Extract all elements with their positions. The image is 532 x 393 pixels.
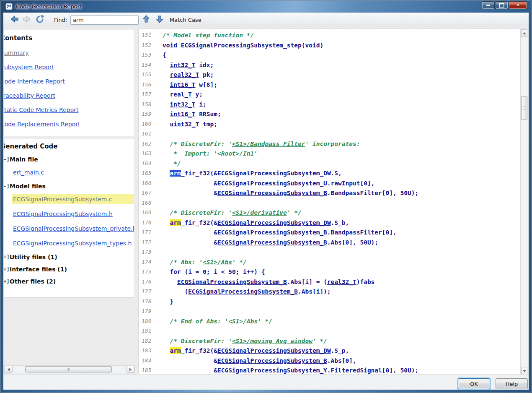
code-line: 162 /* DiscreteFir: '<S1>/Bandpass Filte… (139, 141, 520, 151)
code-link[interactable]: ECGSignalProcessingSubsystem_B (217, 357, 327, 364)
code-link[interactable]: real32_T (327, 278, 356, 285)
file-row: ECGSignalProcessingSubsystem.c (12, 194, 134, 204)
contents-link[interactable]: Code Replacements Report (4, 121, 134, 128)
line-number: 182 (139, 338, 163, 348)
file-row: ECGSignalProcessingSubsystem.h (12, 209, 134, 219)
file-link[interactable]: ECGSignalProcessingSubsystem.h (13, 211, 113, 217)
code-line: 154 int32_T idx; (139, 62, 520, 72)
code-view[interactable]: 151/* Model step function */152void ECGS… (138, 29, 520, 375)
scroll-down-button[interactable] (521, 367, 527, 375)
code-line: 156 int16_T w[8]; (139, 81, 520, 91)
forward-button[interactable] (22, 15, 31, 25)
collapse-icon[interactable]: [-] (4, 183, 10, 189)
find-input[interactable] (70, 16, 139, 25)
contents-link[interactable]: Subsystem Report (4, 64, 134, 70)
line-number: 160 (139, 121, 163, 131)
code-link[interactable]: <S1>/derivative (232, 209, 287, 216)
tree-group-label[interactable]: Interface files (1) (10, 266, 67, 273)
scroll-left-button[interactable] (5, 366, 13, 373)
code-text: /* Model step function */ (163, 32, 254, 42)
find-previous-button[interactable] (142, 15, 150, 25)
code-text: real_T y; (163, 91, 203, 101)
code-link[interactable]: uint32_T (170, 121, 199, 128)
maximize-button[interactable] (495, 1, 508, 9)
code-line: 159 int16_T RRSum; (139, 111, 520, 121)
contents-panel: Contents SummarySubsystem ReportCode Int… (4, 30, 134, 136)
contents-link[interactable]: Summary (4, 49, 134, 56)
help-button[interactable]: Help (496, 378, 528, 389)
code-link[interactable]: ECGSignalProcessingSubsystem_Y (217, 367, 327, 374)
code-link[interactable]: real_T (170, 91, 191, 98)
close-icon: ✕ (516, 3, 519, 8)
generated-code-panel: Generated Code [-]Main fileert_main.c[-]… (4, 139, 134, 297)
scroll-grip-icon (67, 368, 70, 371)
expand-icon[interactable]: [+] (4, 254, 10, 260)
scroll-up-button[interactable] (521, 29, 527, 37)
code-link[interactable]: ECGSignalProcessingSubsystem_step (181, 42, 302, 49)
code-link[interactable]: int16_T (170, 111, 195, 117)
code-line: 173 (139, 249, 520, 259)
line-number: 178 (139, 298, 163, 308)
back-button[interactable] (10, 15, 19, 25)
tree-group-label[interactable]: Other files (2) (10, 278, 56, 285)
code-line: 184 &ECGSignalProcessingSubsystem_B.Abs[… (139, 357, 520, 367)
scroll-right-button[interactable] (127, 366, 134, 373)
contents-link[interactable]: Code Interface Report (4, 78, 134, 85)
code-vertical-scrollbar[interactable] (520, 29, 528, 375)
expand-icon[interactable]: [+] (4, 266, 10, 272)
contents-link[interactable]: Static Code Metrics Report (4, 107, 134, 113)
code-link[interactable]: real32_T (170, 71, 199, 78)
code-line: 168 (139, 200, 520, 210)
code-link[interactable]: <S1>/Abs (203, 259, 232, 265)
minimize-button[interactable] (482, 1, 495, 9)
close-button[interactable]: ✕ (509, 1, 527, 9)
collapse-icon[interactable]: [-] (4, 156, 10, 162)
line-number: 176 (139, 278, 163, 289)
tree-group-label[interactable]: Model files (10, 183, 46, 190)
refresh-button[interactable] (35, 15, 45, 25)
match-case-toggle[interactable]: Match Case (170, 17, 201, 23)
code-link[interactable]: ECGSignalProcessingSubsystem_B (188, 288, 298, 295)
contents-link[interactable]: Traceability Report (4, 92, 134, 99)
code-link[interactable]: ECGSignalProcessingSubsystem_DW (217, 347, 331, 354)
vertical-scroll-thumb[interactable] (521, 96, 527, 120)
code-link[interactable]: ECGSignalProcessingSubsystem_B (217, 239, 327, 246)
code-link[interactable]: int32_T (170, 62, 195, 68)
code-link[interactable]: <S1>/Abs (228, 318, 258, 325)
tree-group-label[interactable]: Main file (10, 156, 38, 163)
file-row: ECGSignalProcessingSubsystem_private.h (12, 224, 134, 234)
code-link[interactable]: ECGSignalProcessingSubsystem_B (177, 278, 287, 285)
report-app-icon (5, 3, 13, 10)
code-line: 182 /* DiscreteFir: '<S1>/moving Avg win… (139, 338, 520, 348)
line-number: 167 (139, 190, 163, 200)
expand-icon[interactable]: [+] (4, 278, 10, 284)
line-number: 180 (139, 318, 163, 328)
file-link[interactable]: ert_main.c (13, 169, 44, 176)
code-line: 152void ECGSignalProcessingSubsystem_ste… (139, 42, 520, 52)
find-next-button[interactable] (156, 15, 163, 25)
code-link[interactable]: ECGSignalProcessingSubsystem_B (217, 190, 327, 196)
sidebar-horizontal-scrollbar[interactable] (4, 365, 135, 373)
code-link[interactable]: ECGSignalProcessingSubsystem_U (217, 180, 327, 187)
code-generation-report-window: Code Generation Report ✕ Find: (0, 0, 532, 393)
code-link[interactable]: ECGSignalProcessingSubsystem_DW (217, 219, 331, 226)
ok-button[interactable]: OK (458, 378, 490, 389)
tree-group-label[interactable]: Utility files (1) (10, 254, 57, 260)
horizontal-scroll-thumb[interactable] (25, 366, 112, 372)
file-link[interactable]: ECGSignalProcessingSubsystem_types.h (13, 240, 132, 247)
file-link[interactable]: ECGSignalProcessingSubsystem_private.h (13, 225, 134, 232)
code-link[interactable]: ECGSignalProcessingSubsystem_B (217, 229, 327, 236)
code-line: 158 int32_T i; (139, 101, 520, 111)
tree-group-row: [+]Other files (2) (4, 278, 134, 285)
code-line: 169 /* DiscreteFir: '<S1>/derivative' */ (139, 209, 520, 219)
code-link[interactable]: int32_T (170, 101, 195, 108)
line-number: 173 (139, 249, 163, 259)
code-line: 179 (139, 308, 520, 318)
code-link[interactable]: int16_T (170, 81, 195, 88)
code-link[interactable]: <S1>/Bandpass Filter (232, 141, 305, 147)
code-link[interactable]: ECGSignalProcessingSubsystem_DW (217, 170, 331, 177)
code-text: arm_fir_f32(&ECGSignalProcessingSubsyste… (163, 170, 342, 180)
code-link[interactable]: <S1>/moving Avg window (232, 338, 312, 344)
file-link[interactable]: ECGSignalProcessingSubsystem.c (13, 196, 112, 203)
code-text: &ECGSignalProcessingSubsystem_B.Abs[0], (163, 357, 356, 367)
